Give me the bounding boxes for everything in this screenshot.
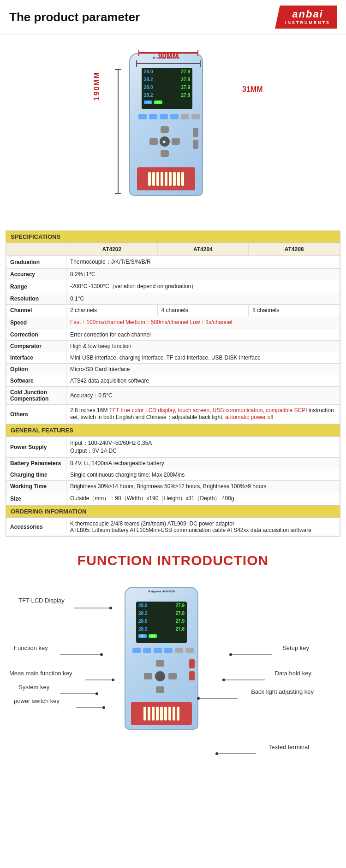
pin3 — [156, 172, 159, 186]
table-row: Interface Mini-USB interface, charging i… — [6, 352, 340, 364]
side-btn1 — [193, 128, 198, 137]
func-side-btn1 — [189, 659, 195, 668]
logo-instruments: INSTRUMENTS — [285, 20, 330, 25]
svg-point-9 — [102, 706, 105, 709]
table-row: Option Micro-SD Card Interface — [6, 364, 340, 375]
device-body: ⊕ Applent ⊕ AT4208 28.027.9 28.227.8 28.… — [129, 53, 203, 196]
func-terminal — [131, 702, 192, 725]
btn1 — [138, 114, 147, 119]
pin6 — [169, 172, 172, 186]
svg-point-7 — [95, 692, 98, 695]
func-btn3 — [154, 648, 162, 653]
pin7 — [173, 172, 176, 186]
product-image-wrapper: 90MM 31MM 190MM ⊕ App — [95, 44, 251, 219]
pin5 — [165, 172, 167, 186]
ann-function-key-line — [60, 651, 111, 665]
dim-line-horiz-left — [136, 60, 137, 67]
page-header: The product parameter anbai INSTRUMENTS — [0, 0, 346, 35]
table-row: Charging time Single continuous charging… — [6, 469, 340, 481]
table-row: Accuracy 0.2%+1℃ — [6, 269, 340, 280]
dim-height-label: 190MM — [93, 71, 101, 100]
function-diagram: ⊕ Applent ⊕ AT4208 28.027.9 28.227.8 28.… — [5, 578, 318, 771]
ann-data-hold-key: Data hold key — [275, 670, 312, 677]
func-btn2 — [143, 648, 151, 653]
ann-tested-terminal: Tested terminal — [268, 744, 309, 750]
fpin9 — [177, 707, 179, 720]
ann-tested-terminal-line — [215, 750, 256, 764]
ann-power-key-label: power switch key — [14, 697, 60, 704]
ann-function-key-label: Function key — [14, 644, 48, 651]
svg-point-13 — [222, 679, 225, 681]
table-row: Correction Error correction for each cha… — [6, 329, 340, 341]
dim-depth-label: 31MM — [242, 85, 262, 94]
ann-tft-lcd: TFT-LCD Display — [18, 597, 65, 604]
pin4 — [161, 172, 163, 186]
fpin7 — [168, 707, 171, 720]
fpin8 — [173, 707, 175, 720]
function-title: FUNCTION INTRODUCTION — [5, 553, 341, 568]
ordering-header: ORDERING INFORMATION — [6, 505, 340, 518]
btn3 — [160, 114, 168, 119]
ann-data-hold-key-label: Data hold key — [275, 670, 312, 677]
col-at4202: AT4202 — [66, 243, 158, 256]
ann-power-key-line — [76, 704, 113, 720]
ann-meas-key: Meas main function key — [9, 670, 72, 677]
dim-line-top — [115, 69, 121, 70]
specs-table: AT4202 AT4204 AT4208 Graduation Thermoco… — [6, 243, 340, 424]
func-dpad-center — [155, 671, 165, 681]
col-at4208: AT4208 — [249, 243, 340, 256]
ann-setup-key-label: Setup key — [282, 644, 309, 651]
fpin3 — [152, 707, 155, 720]
ann-meas-key-line — [85, 676, 122, 690]
device-dpad: ▶ — [149, 125, 181, 158]
ann-power-key: power switch key — [14, 697, 60, 704]
func-dpad-up — [156, 660, 164, 667]
dim-line-horiz — [136, 63, 201, 64]
fpin5 — [160, 707, 163, 720]
ann-system-key-line — [60, 690, 106, 704]
func-btn1 — [132, 648, 141, 653]
table-row: Accessories K thermocouple 2/4/8 teams (… — [6, 518, 340, 536]
pin1 — [148, 172, 151, 186]
table-row: Graduation Thermocouple：J/K/T/E/S/N/B/R — [6, 256, 340, 269]
func-btn5 — [175, 648, 183, 653]
ann-tested-terminal-label: Tested terminal — [268, 744, 309, 750]
ann-function-key: Function key — [14, 644, 48, 651]
table-row: Resolution 0.1°C — [6, 293, 340, 305]
specs-section: SPECIFICATIONS AT4202 AT4204 AT4208 Grad… — [6, 230, 340, 537]
table-row: Comparator High & low beep function — [6, 341, 340, 352]
btn6 — [191, 114, 200, 119]
dpad-center: ▶ — [160, 136, 170, 147]
fpin2 — [148, 707, 150, 720]
btn2 — [149, 114, 157, 119]
table-row: Others 2.8 inches 16M TFT true color LCD… — [6, 405, 340, 424]
table-row: Cold Junction Compensation Accuracy：0.5°… — [6, 387, 340, 405]
specs-header: SPECIFICATIONS — [6, 231, 340, 243]
svg-point-11 — [229, 653, 232, 656]
logo-container: anbai INSTRUMENTS — [275, 6, 337, 29]
func-btn4 — [164, 648, 173, 653]
fpin6 — [164, 707, 167, 720]
svg-point-15 — [197, 697, 200, 700]
col-at4204: AT4204 — [157, 243, 249, 256]
logo-brand: anbai — [292, 9, 323, 19]
dim-line-bottom — [115, 193, 121, 194]
col-label — [6, 243, 66, 256]
func-btn-row — [132, 648, 194, 653]
func-screen: 28.027.9 28.227.8 28.027.9 28.227.8 CH S… — [136, 602, 187, 643]
func-btn6 — [185, 648, 194, 653]
dpad-right — [172, 138, 180, 145]
svg-point-3 — [100, 653, 103, 656]
svg-point-1 — [109, 607, 112, 609]
side-btns — [193, 128, 198, 149]
dim-line-horiz-right — [200, 60, 201, 67]
svg-point-5 — [112, 679, 114, 681]
ann-system-key: System key — [18, 684, 49, 691]
fpin1 — [143, 707, 146, 720]
func-side-btn2 — [189, 671, 195, 680]
ann-meas-key-label: Meas main function key — [9, 670, 72, 677]
ann-backlight-key: Back light adjusting key — [251, 688, 314, 695]
dimension-90mm: 90MM — [138, 52, 198, 53]
table-row: Speed Fast：100ms/channel Medium：500ms/ch… — [6, 316, 340, 329]
table-row: Power Supply Input：100-240V~50/60Hz 0.35… — [6, 437, 340, 458]
